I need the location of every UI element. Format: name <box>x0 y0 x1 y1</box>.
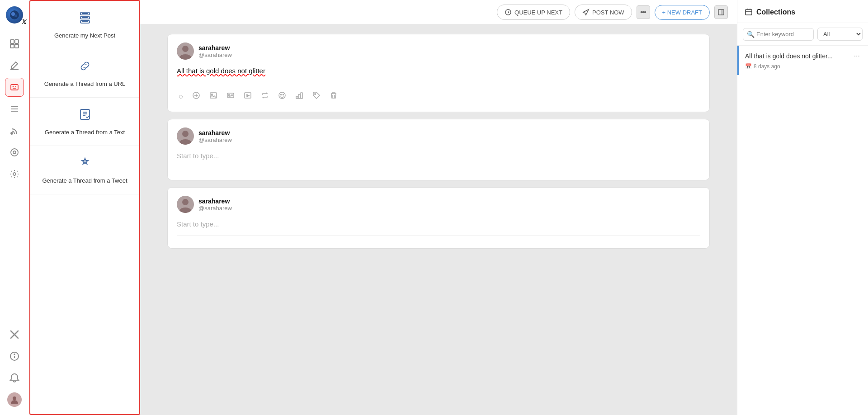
thread-tweet-icon <box>78 156 92 173</box>
svg-point-30 <box>642 12 644 13</box>
tool-emoji[interactable] <box>276 90 288 104</box>
thread-url-label: Generate a Thread from a URL <box>44 80 126 87</box>
ai-panel: Generate my Next Post Generate a Thread … <box>29 0 140 415</box>
svg-point-14 <box>13 151 16 154</box>
sidebar-item-queue[interactable] <box>5 99 24 118</box>
svg-point-45 <box>281 94 282 95</box>
sidebar-item-discover[interactable] <box>5 143 24 162</box>
logo-circle: 𝕏 <box>6 6 23 24</box>
tool-gif[interactable] <box>225 90 236 104</box>
tweet-content-2[interactable]: Start to type... <box>177 149 700 167</box>
collections-search-bar: 🔍 All Drafts Scheduled <box>737 23 868 46</box>
collection-item-date-text-1: 8 days ago <box>754 63 780 70</box>
sidebar-item-rss[interactable] <box>5 121 24 140</box>
ai-thread-tweet[interactable]: Generate a Thread from a Tweet <box>30 146 139 194</box>
tweet-header-2: saraharew @saraharew <box>177 127 700 145</box>
search-input-wrap: 🔍 <box>743 28 814 41</box>
options-button[interactable] <box>637 5 650 19</box>
collections-title: Collections <box>756 8 795 16</box>
svg-point-55 <box>182 199 189 205</box>
toggle-panel-button[interactable] <box>714 5 728 19</box>
tweet-user-info-1: saraharew @saraharew <box>198 44 232 58</box>
logo[interactable]: 𝕏 <box>5 5 25 25</box>
svg-point-27 <box>85 162 85 163</box>
thread-text-label: Generate a Thread from a Text <box>45 129 125 136</box>
svg-point-18 <box>14 354 15 355</box>
tweet-user-info-2: saraharew @saraharew <box>198 129 232 143</box>
tweet-content-3[interactable]: Start to type... <box>177 217 700 236</box>
svg-point-1 <box>11 12 15 16</box>
sidebar-item-info[interactable] <box>5 347 24 366</box>
svg-rect-32 <box>718 9 724 15</box>
tweet-handle-3: @saraharew <box>198 205 232 212</box>
collection-item-date-1: 📅 8 days ago <box>745 63 862 70</box>
post-now-label: POST NOW <box>592 9 624 16</box>
thread-text-icon <box>78 108 92 124</box>
svg-rect-47 <box>296 96 298 99</box>
sidebar-item-settings[interactable] <box>5 165 24 184</box>
search-input[interactable] <box>756 31 810 38</box>
generate-post-icon <box>78 11 92 28</box>
ai-thread-url[interactable]: Generate a Thread from a URL <box>30 49 139 98</box>
tweet-header-3: saraharew @saraharew <box>177 196 700 213</box>
svg-rect-3 <box>10 40 14 43</box>
sidebar-item-twitter[interactable] <box>5 325 24 344</box>
svg-point-19 <box>13 396 16 400</box>
tweet-username-1: saraharew <box>198 44 232 52</box>
tool-media[interactable] <box>242 90 254 104</box>
collection-item-1[interactable]: All that is gold does not glitter... ···… <box>737 46 868 75</box>
sidebar-item-dashboard[interactable] <box>5 34 24 53</box>
tool-delete[interactable] <box>328 90 340 104</box>
tweet-content-1[interactable]: All that is gold does not glitter <box>177 64 700 82</box>
svg-rect-4 <box>15 40 19 43</box>
tweet-username-3: saraharew <box>198 198 232 205</box>
calendar-icon: 📅 <box>745 63 752 70</box>
logo-x-text: 𝕏 <box>21 19 26 25</box>
sidebar-item-notifications[interactable] <box>5 368 24 387</box>
tool-tag[interactable] <box>311 90 322 104</box>
svg-rect-7 <box>11 85 18 90</box>
tool-retweet[interactable] <box>259 90 271 104</box>
svg-point-8 <box>13 86 14 87</box>
tweet-card-3: saraharew @saraharew Start to type... <box>167 187 710 249</box>
svg-rect-5 <box>10 44 14 48</box>
ai-generate-post[interactable]: Generate my Next Post <box>30 1 139 49</box>
svg-rect-57 <box>745 9 752 15</box>
right-sidebar: Collections 🔍 All Drafts Scheduled All t… <box>737 0 868 415</box>
tweet-handle-1: @saraharew <box>198 52 232 58</box>
svg-point-13 <box>11 149 18 156</box>
avatar-2 <box>177 127 194 145</box>
sidebar-item-compose[interactable] <box>5 56 24 75</box>
svg-point-52 <box>182 131 189 137</box>
collection-item-text-1: All that is gold does not glitter... <box>745 52 852 60</box>
svg-point-2 <box>14 14 17 17</box>
svg-point-50 <box>315 94 316 94</box>
generate-post-label: Generate my Next Post <box>54 32 115 39</box>
composer-area: saraharew @saraharew All that is gold do… <box>140 25 737 415</box>
tool-poll[interactable] <box>293 90 305 104</box>
tool-image[interactable] <box>208 90 219 104</box>
new-draft-button[interactable]: + NEW DRAFT <box>655 5 710 20</box>
collection-item-menu-1[interactable]: ··· <box>852 51 862 61</box>
thread-url-icon <box>78 59 92 76</box>
tool-circle[interactable]: ○ <box>177 90 185 103</box>
collections-header: Collections <box>737 0 868 23</box>
tweet-toolbar-1: ○ <box>177 87 700 104</box>
svg-rect-26 <box>80 109 90 119</box>
avatar-1 <box>177 42 194 60</box>
ai-thread-text[interactable]: Generate a Thread from a Text <box>30 98 139 146</box>
svg-rect-6 <box>15 44 19 48</box>
post-now-button[interactable]: POST NOW <box>575 5 632 20</box>
tool-add[interactable] <box>190 90 202 104</box>
tweet-user-info-3: saraharew @saraharew <box>198 198 232 212</box>
svg-point-12 <box>11 132 13 134</box>
new-draft-label: + NEW DRAFT <box>662 9 702 16</box>
tweet-username-2: saraharew <box>198 129 232 137</box>
collection-item-header-1: All that is gold does not glitter... ··· <box>745 51 862 61</box>
sidebar-item-ai[interactable] <box>5 78 24 97</box>
queue-up-button[interactable]: QUEUE UP NEXT <box>497 5 570 20</box>
svg-point-46 <box>283 94 284 95</box>
svg-rect-48 <box>298 94 300 99</box>
sidebar-item-profile[interactable] <box>5 390 24 409</box>
filter-select[interactable]: All Drafts Scheduled <box>817 28 863 41</box>
